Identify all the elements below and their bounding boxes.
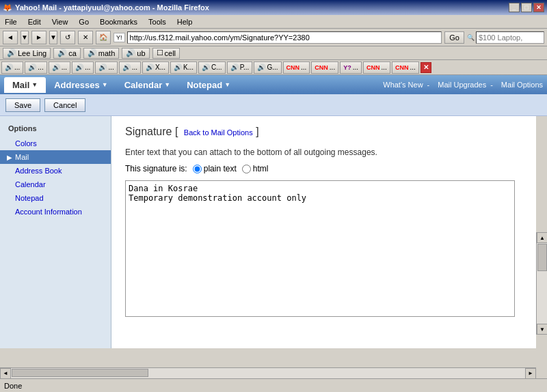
speaker-icon-c: 🔊: [202, 64, 210, 71]
bookmark-4[interactable]: 🔊 ...: [72, 61, 94, 74]
sidebar-item-mail[interactable]: ▶ Mail: [0, 150, 111, 164]
tab-cell[interactable]: ☐ cell: [152, 48, 181, 59]
minimize-button[interactable]: _: [509, 3, 520, 12]
back-to-mail-options-link[interactable]: Back to Mail Options: [184, 128, 253, 137]
save-button[interactable]: Save: [5, 98, 40, 112]
scroll-right-button[interactable]: ►: [525, 368, 536, 379]
search-icon: 🔍: [467, 34, 475, 41]
sidebar: Options Colors ▶ Mail Address Book Calen…: [0, 116, 111, 348]
bookmark-cnn3[interactable]: CNN...: [363, 61, 390, 74]
notepad-label: Notepad: [187, 80, 222, 90]
tab-ub[interactable]: 🔊 ub: [122, 48, 149, 59]
speaker-icon: 🔊: [5, 64, 13, 71]
whats-new-link[interactable]: What's New: [383, 81, 423, 89]
bookmark-6[interactable]: 🔊 ...: [119, 61, 141, 74]
html-radio[interactable]: [242, 165, 251, 173]
cnn-icon-4: CNN: [395, 64, 409, 71]
bookmark-k[interactable]: 🔊 K...: [170, 61, 197, 74]
speaker-icon-k: 🔊: [174, 64, 182, 71]
mail-options-link[interactable]: Mail Options: [501, 81, 543, 89]
yahoo-nav: Mail ▼ Addresses ▼ Calendar ▼ Notepad ▼ …: [0, 75, 547, 94]
menu-file[interactable]: File: [3, 17, 19, 27]
bookmark-y[interactable]: Y?...: [340, 61, 362, 74]
hscroll-thumb[interactable]: [12, 369, 148, 377]
browser-icon: 🦊: [3, 3, 12, 12]
plain-text-label[interactable]: plain text: [193, 164, 237, 173]
bookmark-2[interactable]: 🔊 ...: [25, 61, 46, 74]
forward-button[interactable]: ►: [31, 31, 46, 44]
bookmark-cnn1[interactable]: CNN...: [283, 61, 310, 74]
nav-addresses[interactable]: Addresses ▼: [46, 77, 116, 93]
menu-bookmarks[interactable]: Bookmarks: [98, 17, 139, 27]
menu-tools[interactable]: Tools: [146, 17, 168, 27]
stop-button[interactable]: ✕: [78, 31, 93, 44]
scroll-up-arrow: ▲: [539, 235, 545, 241]
bookmark-g[interactable]: 🔊 G...: [254, 61, 281, 74]
scroll-left-button[interactable]: ◄: [0, 368, 11, 379]
forward-dropdown[interactable]: ▼: [49, 31, 57, 44]
speaker-icon-2: 🔊: [28, 64, 36, 71]
tab-ca[interactable]: 🔊 ca: [53, 48, 81, 59]
menu-edit[interactable]: Edit: [26, 17, 43, 27]
menu-help[interactable]: Help: [175, 17, 195, 27]
nav-mail[interactable]: Mail ▼: [4, 77, 46, 93]
nav-notepad[interactable]: Notepad ▼: [178, 77, 239, 93]
close-bookmarks[interactable]: ✕: [421, 62, 431, 73]
menu-go[interactable]: Go: [77, 17, 91, 27]
bookmarks-bar: 🔊 ... 🔊 ... 🔊 ... 🔊 ... 🔊 ... 🔊 ... 🔊 X.…: [0, 60, 547, 75]
url-input[interactable]: [127, 31, 442, 44]
cancel-button[interactable]: Cancel: [44, 98, 85, 112]
bookmark-3[interactable]: 🔊 ...: [49, 61, 70, 74]
bookmark-c[interactable]: 🔊 C...: [198, 61, 226, 74]
scroll-down-button[interactable]: ▼: [537, 324, 547, 335]
window-controls: _ □ ✕: [509, 3, 544, 12]
signature-textarea[interactable]: Dana in Kosrae Temporary demonstration a…: [125, 180, 515, 317]
horizontal-scrollbar[interactable]: ◄ ►: [0, 367, 536, 378]
addresses-dropdown-arrow: ▼: [102, 81, 108, 88]
scroll-right-arrow: ►: [528, 370, 533, 376]
maximize-button[interactable]: □: [521, 3, 532, 12]
sidebar-item-account-info[interactable]: Account Information: [0, 205, 111, 219]
addresses-label: Addresses: [54, 80, 99, 90]
close-button[interactable]: ✕: [533, 3, 544, 12]
scroll-thumb[interactable]: [537, 244, 547, 271]
signature-format-row: This signature is: plain text html: [125, 164, 522, 173]
bookmark-1[interactable]: 🔊 ...: [1, 61, 23, 74]
plain-text-radio[interactable]: [193, 165, 202, 173]
window-title: Yahoo! Mail - yattapiyuul@yahoo.com - Mo…: [15, 3, 209, 12]
bookmark-cnn4[interactable]: CNN...: [392, 61, 419, 74]
back-dropdown[interactable]: ▼: [21, 31, 29, 44]
back-button[interactable]: ◄: [3, 31, 18, 44]
tab-lee-ling[interactable]: 🔊 Lee Ling: [3, 48, 51, 59]
bookmark-5[interactable]: 🔊 ...: [95, 61, 117, 74]
menu-view[interactable]: View: [50, 17, 70, 27]
cnn-icon-3: CNN: [366, 64, 380, 71]
menu-bar: File Edit View Go Bookmarks Tools Help: [0, 15, 547, 29]
toolbar-row: Save Cancel: [0, 94, 547, 116]
hscroll-track[interactable]: [11, 368, 525, 378]
sidebar-item-colors[interactable]: Colors: [0, 137, 111, 150]
tab-math[interactable]: 🔊 math: [83, 48, 119, 59]
vertical-scrollbar[interactable]: ▲ ▼: [536, 232, 547, 335]
sidebar-item-calendar[interactable]: Calendar: [0, 178, 111, 191]
bookmark-p[interactable]: 🔊 P...: [227, 61, 253, 74]
bookmark-x[interactable]: 🔊 X...: [142, 61, 169, 74]
html-label[interactable]: html: [242, 164, 269, 173]
sidebar-item-address-book[interactable]: Address Book: [0, 164, 111, 178]
address-bar: ◄ ▼ ► ▼ ↺ ✕ 🏠 Y! Go 🔍: [0, 29, 547, 46]
yahoo-logo: Y!: [114, 33, 125, 42]
reload-button[interactable]: ↺: [60, 31, 75, 44]
sidebar-item-notepad[interactable]: Notepad: [0, 191, 111, 205]
scroll-up-button[interactable]: ▲: [537, 232, 547, 243]
content-title: Signature [ Back to Mail Options ]: [125, 126, 522, 138]
search-input[interactable]: [476, 31, 544, 44]
mail-upgrades-link[interactable]: Mail Upgrades: [438, 81, 486, 89]
home-button[interactable]: 🏠: [96, 31, 111, 44]
scroll-track[interactable]: [537, 243, 547, 324]
tab-icon-ub: 🔊: [126, 48, 135, 57]
yahoo-nav-right: What's New - Mail Upgrades - Mail Option…: [379, 81, 543, 89]
notepad-dropdown-arrow: ▼: [224, 81, 230, 88]
bookmark-cnn2[interactable]: CNN...: [311, 61, 338, 74]
nav-calendar[interactable]: Calendar ▼: [116, 77, 179, 93]
go-button[interactable]: Go: [444, 31, 464, 44]
